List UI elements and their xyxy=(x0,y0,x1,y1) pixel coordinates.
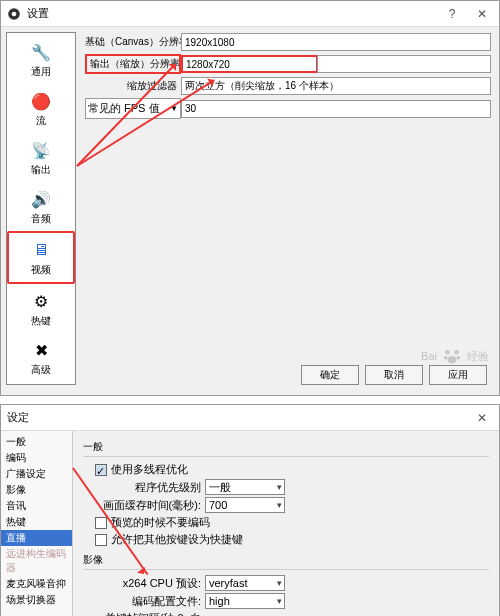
base-resolution-label: 基础（Canvas）分辨率 xyxy=(85,35,181,49)
wrench-icon: 🔧 xyxy=(29,40,53,64)
help-button[interactable]: ? xyxy=(441,7,463,21)
side-item-stream[interactable]: 直播 xyxy=(1,530,72,546)
sidebar: 🔧通用 🔴流 📡输出 🔊音频 🖥视频 ⚙热键 ✖高级 xyxy=(6,32,76,385)
scale-filter-select[interactable] xyxy=(181,77,491,95)
window-title: 设置 xyxy=(27,6,49,21)
gear-icon: ⚙ xyxy=(29,289,53,313)
sidebar-item-output[interactable]: 📡输出 xyxy=(7,133,75,182)
side-item-video[interactable]: 影像 xyxy=(1,482,72,498)
side-item-scene[interactable]: 场景切换器 xyxy=(1,592,72,608)
monitor-icon: 🖥 xyxy=(29,238,53,262)
content-panel: 基础（Canvas）分辨率 输出（缩放）分辨率 缩放过滤器 常见的 FPS 值▼ xyxy=(81,27,499,390)
side-item-encoder2[interactable]: 远进构生编码器 xyxy=(1,546,72,576)
fps-type-select[interactable]: 常见的 FPS 值▼ xyxy=(85,98,181,119)
cancel-button[interactable]: 取消 xyxy=(365,365,423,385)
tools-icon: ✖ xyxy=(29,338,53,362)
side-item-audio[interactable]: 音讯 xyxy=(1,498,72,514)
hotkey-checkbox[interactable] xyxy=(95,534,107,546)
priority-select[interactable]: 一般 xyxy=(205,479,285,495)
scale-filter-label: 缩放过滤器 xyxy=(85,79,181,93)
fps-value-input[interactable] xyxy=(181,100,491,118)
section-general: 一般 xyxy=(83,440,489,457)
sidebar-2: 一般 编码 广播设定 影像 音讯 热键 直播 远进构生编码器 麦克风噪音抑 场景… xyxy=(1,431,73,616)
preset-select[interactable]: veryfast xyxy=(205,575,285,591)
multithread-checkbox[interactable]: ✓ xyxy=(95,464,107,476)
dot-icon: 🔴 xyxy=(29,89,53,113)
app-icon xyxy=(7,7,21,21)
section-video: 影像 xyxy=(83,553,489,570)
sidebar-item-hotkeys[interactable]: ⚙热键 xyxy=(7,284,75,333)
settings-window-2: 设定 ✕ 一般 编码 广播设定 影像 音讯 热键 直播 远进构生编码器 麦克风噪… xyxy=(0,404,500,616)
ok-button[interactable]: 确定 xyxy=(301,365,359,385)
side-item-mic[interactable]: 麦克风噪音抑 xyxy=(1,576,72,592)
antenna-icon: 📡 xyxy=(29,138,53,162)
side-item-hotkey[interactable]: 热键 xyxy=(1,514,72,530)
sidebar-item-video[interactable]: 🖥视频 xyxy=(7,231,75,284)
chevron-down-icon: ▼ xyxy=(170,104,178,113)
output-resolution-input[interactable] xyxy=(181,55,318,73)
side-item-broadcast[interactable]: 广播设定 xyxy=(1,466,72,482)
close-button-2[interactable]: ✕ xyxy=(471,411,493,425)
window-title-2: 设定 xyxy=(7,410,29,425)
speaker-icon: 🔊 xyxy=(29,187,53,211)
sidebar-item-audio[interactable]: 🔊音频 xyxy=(7,182,75,231)
sidebar-item-advanced[interactable]: ✖高级 xyxy=(7,333,75,382)
side-item-encoding[interactable]: 编码 xyxy=(1,450,72,466)
side-item-general[interactable]: 一般 xyxy=(1,434,72,450)
settings-window: 设置 ? ✕ 🔧通用 🔴流 📡输出 🔊音频 🖥视频 ⚙热键 ✖高级 基础（Can… xyxy=(0,0,500,396)
output-resolution-label: 输出（缩放）分辨率 xyxy=(85,54,181,74)
titlebar-2: 设定 ✕ xyxy=(1,405,499,431)
content-2: 一般 ✓使用多线程优化 程序优先级别一般 画面缓存时间(毫秒):700 预览的时… xyxy=(73,431,499,616)
profile-select[interactable]: high xyxy=(205,593,285,609)
base-resolution-input[interactable] xyxy=(181,33,491,51)
svg-point-1 xyxy=(12,11,17,16)
close-button[interactable]: ✕ xyxy=(471,7,493,21)
preview-skip-checkbox[interactable] xyxy=(95,517,107,529)
sidebar-item-stream[interactable]: 🔴流 xyxy=(7,84,75,133)
buffer-input[interactable]: 700 xyxy=(205,497,285,513)
sidebar-item-general[interactable]: 🔧通用 xyxy=(7,35,75,84)
apply-button[interactable]: 应用 xyxy=(429,365,487,385)
titlebar: 设置 ? ✕ xyxy=(1,1,499,27)
output-resolution-rest[interactable] xyxy=(317,55,491,73)
